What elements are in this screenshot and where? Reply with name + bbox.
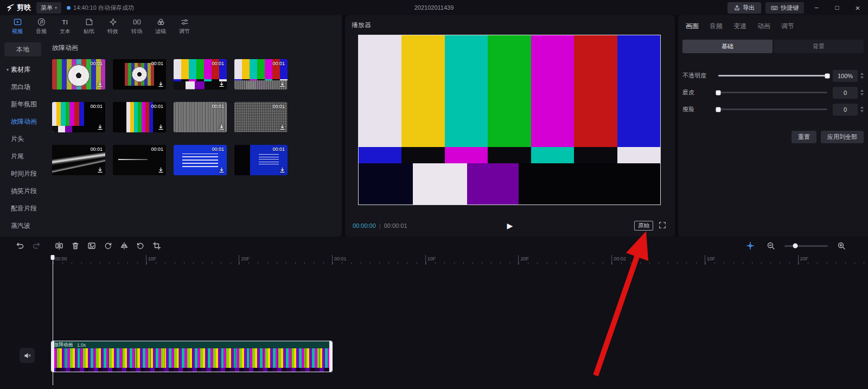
segment-tab[interactable]: 基础 bbox=[682, 40, 773, 53]
material-thumbnail[interactable]: 00:01 bbox=[52, 59, 105, 90]
original-quality-button[interactable]: 原始 bbox=[634, 221, 653, 231]
slider-handle[interactable] bbox=[716, 90, 721, 95]
play-button[interactable]: ▶ bbox=[507, 221, 513, 230]
slider-track[interactable] bbox=[718, 92, 827, 93]
zoom-slider-handle[interactable] bbox=[793, 244, 798, 248]
rotate-button[interactable] bbox=[133, 239, 148, 252]
maximize-button[interactable]: □ bbox=[829, 0, 845, 15]
media-tab-video[interactable]: 视频 bbox=[5, 18, 29, 35]
zoom-out-button[interactable] bbox=[764, 239, 778, 252]
ruler-segment[interactable]: 00:01 bbox=[332, 255, 425, 265]
material-thumbnail[interactable]: 00:01 bbox=[174, 102, 227, 132]
media-tab-audio[interactable]: 音频 bbox=[29, 18, 53, 35]
properties-tab[interactable]: 调节 bbox=[781, 22, 794, 31]
video-preview[interactable] bbox=[358, 35, 661, 205]
stepper-up-icon[interactable] bbox=[860, 90, 864, 92]
properties-tab[interactable]: 画面 bbox=[686, 22, 699, 31]
apply-to-all-button[interactable]: 应用到全部 bbox=[821, 131, 864, 143]
slider-track[interactable] bbox=[718, 75, 827, 76]
download-icon[interactable] bbox=[218, 124, 225, 131]
slider-stepper[interactable] bbox=[860, 106, 864, 112]
zoom-in-button[interactable] bbox=[834, 239, 848, 252]
media-tab-filter[interactable]: 滤镜 bbox=[149, 18, 173, 35]
media-tab-transition[interactable]: 转场 bbox=[125, 18, 149, 35]
track-audio-toggle[interactable] bbox=[20, 348, 35, 363]
ruler-segment[interactable]: 00:00 bbox=[53, 255, 146, 265]
properties-tab[interactable]: 变速 bbox=[733, 22, 746, 31]
reverse-button[interactable] bbox=[101, 239, 115, 252]
fullscreen-button[interactable] bbox=[659, 221, 667, 230]
close-button[interactable]: × bbox=[850, 0, 866, 15]
download-icon[interactable] bbox=[279, 81, 286, 88]
slider-stepper[interactable] bbox=[860, 90, 864, 95]
ruler-segment[interactable]: 20F bbox=[239, 255, 332, 265]
sidebar-item[interactable]: ▾ 素材库 bbox=[4, 61, 41, 78]
download-icon[interactable] bbox=[97, 124, 104, 131]
minimize-button[interactable]: – bbox=[808, 0, 825, 15]
shortcuts-button[interactable]: 快捷键 bbox=[765, 2, 804, 14]
download-icon[interactable] bbox=[157, 167, 164, 174]
material-thumbnail[interactable]: 00:01 bbox=[234, 59, 288, 90]
stepper-up-icon[interactable] bbox=[860, 106, 864, 109]
media-tab-effects[interactable]: 特效 bbox=[101, 18, 125, 35]
ruler-segment[interactable]: 20F bbox=[518, 255, 611, 265]
playhead[interactable] bbox=[50, 255, 54, 385]
slider-value[interactable]: 100% bbox=[833, 70, 858, 82]
material-thumbnail[interactable]: 00:01 bbox=[174, 145, 227, 175]
sidebar-item[interactable]: ▾ 配音片段 bbox=[4, 200, 41, 217]
ruler-segment[interactable]: 10F bbox=[705, 255, 798, 265]
download-icon[interactable] bbox=[157, 81, 164, 88]
media-tab-adjust[interactable]: 调节 bbox=[173, 18, 196, 35]
ruler-segment[interactable]: 20F bbox=[798, 255, 868, 265]
material-thumbnail[interactable]: 00:01 bbox=[52, 145, 105, 175]
sidebar-item[interactable]: ▾ 搞笑片段 bbox=[4, 182, 41, 200]
redo-button[interactable] bbox=[29, 239, 43, 252]
split-button[interactable] bbox=[52, 239, 66, 252]
sidebar-item[interactable]: ▾ 黑白场 bbox=[4, 78, 41, 95]
reset-button[interactable]: 重置 bbox=[792, 131, 816, 143]
slider-handle[interactable] bbox=[716, 107, 721, 112]
freeze-frame-button[interactable] bbox=[85, 239, 99, 252]
properties-tab[interactable]: 音频 bbox=[710, 22, 723, 31]
download-icon[interactable] bbox=[97, 167, 104, 174]
material-thumbnail[interactable]: 00:01 bbox=[113, 102, 166, 132]
snap-toggle[interactable] bbox=[743, 239, 757, 252]
stepper-up-icon[interactable] bbox=[860, 73, 864, 75]
material-thumbnail[interactable]: 00:01 bbox=[174, 59, 227, 90]
properties-tab[interactable]: 动画 bbox=[757, 22, 770, 31]
clip-trim-handle-right[interactable] bbox=[329, 341, 332, 372]
material-thumbnail[interactable]: 00:01 bbox=[234, 102, 288, 132]
material-thumbnail[interactable]: 00:01 bbox=[234, 145, 288, 175]
slider-value[interactable]: 0 bbox=[833, 104, 858, 116]
sidebar-item[interactable]: ▾ 时间片段 bbox=[4, 165, 41, 182]
download-icon[interactable] bbox=[279, 124, 286, 131]
export-button[interactable]: 导出 bbox=[727, 2, 761, 14]
download-icon[interactable] bbox=[279, 167, 286, 174]
material-thumbnail[interactable]: 00:01 bbox=[113, 59, 166, 90]
ruler-segment[interactable]: 00:02 bbox=[611, 255, 705, 265]
crop-button[interactable] bbox=[150, 239, 164, 252]
slider-track[interactable] bbox=[718, 109, 827, 110]
stepper-down-icon[interactable] bbox=[860, 110, 864, 112]
timeline-ruler[interactable]: 00:00 10F 20F 00:01 10F 2 bbox=[0, 255, 868, 265]
sidebar-item[interactable]: ▾ 蒸汽波 bbox=[4, 217, 41, 234]
media-tab-text[interactable]: TI 文本 bbox=[53, 18, 77, 35]
download-icon[interactable] bbox=[218, 167, 225, 174]
sidebar-item[interactable]: ▾ 新年氛围 bbox=[4, 95, 41, 113]
ruler-segment[interactable]: 10F bbox=[146, 255, 239, 265]
download-icon[interactable] bbox=[157, 124, 164, 131]
sidebar-item[interactable]: ▾ 故障动画 bbox=[4, 113, 41, 130]
material-thumbnail[interactable]: 00:01 bbox=[52, 102, 105, 132]
sidebar-item[interactable]: ▾ 片尾 bbox=[4, 148, 41, 165]
download-icon[interactable] bbox=[218, 81, 225, 88]
segment-tab[interactable]: 背景 bbox=[774, 40, 864, 53]
stepper-down-icon[interactable] bbox=[860, 76, 864, 79]
timeline-clip[interactable]: 故障动画 1.0s bbox=[51, 341, 333, 372]
media-tab-sticker[interactable]: 贴纸 bbox=[77, 18, 101, 35]
ruler-segment[interactable]: 10F bbox=[425, 255, 519, 265]
timeline-zoom-slider[interactable] bbox=[784, 245, 828, 247]
download-icon[interactable] bbox=[97, 81, 104, 88]
slider-value[interactable]: 0 bbox=[833, 87, 858, 99]
sidebar-item[interactable]: ▾ 片头 bbox=[4, 130, 41, 148]
undo-button[interactable] bbox=[13, 239, 27, 252]
